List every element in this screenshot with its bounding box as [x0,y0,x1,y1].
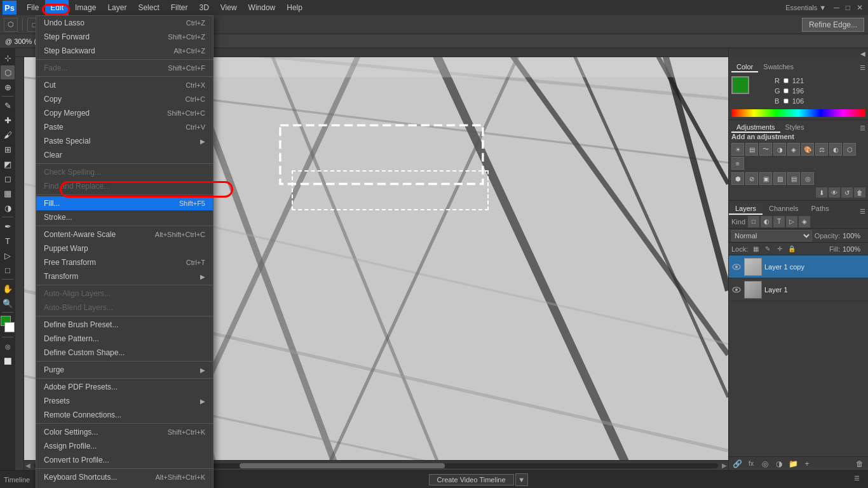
menu-filter[interactable]: Filter [166,0,193,15]
menu-help[interactable]: Help [281,0,308,15]
menu-keyboard-shortcuts[interactable]: Keyboard Shortcuts... Alt+Shift+Ctrl+K [36,470,213,484]
layer-mask-btn[interactable]: ◎ [759,459,771,469]
tool-screenmode[interactable]: ⬜ [1,354,15,368]
menu-step-forward[interactable]: Step Forward Shift+Ctrl+Z [36,30,213,44]
layer-visibility-1copy[interactable] [731,262,742,272]
layer-item-1copy[interactable]: Layer 1 copy [729,255,868,278]
scroll-right-btn[interactable]: ▶ [721,462,728,469]
exposure-adj-icon[interactable]: ◑ [773,143,786,156]
menu-file[interactable]: File [22,0,44,15]
brightness-adj-icon[interactable]: ☀ [731,143,744,156]
scroll-left-btn[interactable]: ◀ [24,462,32,469]
menu-define-brush[interactable]: Define Brush Preset... [36,318,213,332]
menu-define-pattern[interactable]: Define Pattern... [36,332,213,346]
color-panel-menu[interactable]: ☰ [860,64,865,71]
menu-assign-profile[interactable]: Assign Profile... [36,439,213,453]
tool-text[interactable]: T [1,234,15,248]
lock-all-icon[interactable]: 🔒 [787,244,797,254]
threshold-adj-icon[interactable]: ▨ [773,172,786,185]
tool-zoom[interactable]: 🔍 [1,296,15,310]
levels-adj-icon[interactable]: ▤ [745,143,758,156]
adj-reset-btn[interactable]: ↺ [841,187,853,198]
scrollbar-thumb[interactable] [240,463,445,468]
r-thumb[interactable] [783,78,789,83]
menu-remote-connections[interactable]: Remote Connections... [36,408,213,422]
menu-menus[interactable]: Menus... Alt+Shift+Ctrl+M [36,484,213,488]
tool-brush[interactable]: 🖌 [1,128,15,142]
timeline-settings[interactable]: ☰ [854,475,864,485]
tool-pen[interactable]: ✒ [1,219,15,233]
layer-item-1[interactable]: Layer 1 [729,278,868,301]
tool-dodge[interactable]: ◑ [1,201,15,215]
tool-clone[interactable]: ⊞ [1,142,15,156]
menu-select[interactable]: Select [133,0,164,15]
photo-adj-icon[interactable]: ⬡ [843,143,856,156]
b-thumb[interactable] [783,98,789,104]
gradient-adj-icon[interactable]: ▤ [787,172,800,185]
adj-panel-menu[interactable]: ☰ [860,125,865,132]
adj-delete-btn[interactable]: 🗑 [854,187,865,198]
color-swatches[interactable] [1,316,15,334]
menu-edit[interactable]: Edit [45,0,69,15]
layer-new-btn[interactable]: + [801,459,813,469]
menu-undo-lasso[interactable]: Undo Lasso Ctrl+Z [36,16,213,30]
menu-stroke[interactable]: Stroke... [36,210,213,224]
menu-convert-profile[interactable]: Convert to Profile... [36,453,213,467]
tool-quickmask[interactable]: ◎ [1,339,15,353]
lock-image-icon[interactable]: ✎ [763,244,773,254]
menu-image[interactable]: Image [70,0,101,15]
create-video-timeline-btn[interactable]: Create Video Timeline [429,474,514,485]
tab-layers[interactable]: Layers [729,203,763,215]
menu-puppet-warp[interactable]: Puppet Warp [36,241,213,255]
kind-adjust-icon[interactable]: ◐ [761,216,772,227]
color-swatch-display[interactable] [731,76,753,107]
menu-free-transform[interactable]: Free Transform Ctrl+T [36,255,213,269]
tool-history[interactable]: ◩ [1,157,15,171]
tool-lasso[interactable]: ⬡ [1,65,15,79]
kind-smart-icon[interactable]: ◈ [799,216,810,227]
layer-delete-btn[interactable]: 🗑 [854,459,865,469]
menu-step-backward[interactable]: Step Backward Alt+Ctrl+Z [36,44,213,58]
color-gradient-bar[interactable] [731,109,865,117]
window-close[interactable]: ✕ [854,3,865,12]
menu-3d[interactable]: 3D [194,0,214,15]
tool-eyedropper[interactable]: ✎ [1,98,15,112]
g-thumb[interactable] [783,88,789,93]
hue-adj-icon[interactable]: 🎨 [801,143,814,156]
menu-paste[interactable]: Paste Ctrl+V [36,120,213,134]
blackwhite-adj-icon[interactable]: ◐ [829,143,842,156]
layer-link-btn[interactable]: 🔗 [731,459,743,469]
panel-collapse-btn[interactable]: ◀ [859,50,867,57]
essentials-label[interactable]: Essentials ▼ [782,4,830,11]
menu-layer[interactable]: Layer [102,0,132,15]
kind-text-icon[interactable]: T [773,216,785,227]
menu-color-settings[interactable]: Color Settings... Shift+Ctrl+K [36,425,213,439]
lock-transparent-icon[interactable]: ▦ [750,244,761,254]
tool-crop[interactable]: ⊕ [1,80,15,94]
mixer-adj-icon[interactable]: ≡ [731,157,744,170]
curves-adj-icon[interactable]: 〜 [759,143,772,156]
tab-color[interactable]: Color [731,62,758,72]
tool-hand[interactable]: ✋ [1,281,15,295]
menu-copy[interactable]: Copy Ctrl+C [36,92,213,106]
window-restore[interactable]: □ [843,3,853,12]
background-color[interactable] [4,322,15,332]
menu-clear[interactable]: Clear [36,148,213,162]
adj-eye-btn[interactable]: 👁 [829,187,840,198]
menu-paste-special[interactable]: Paste Special ▶ [36,134,213,148]
menu-copy-merged[interactable]: Copy Merged Shift+Ctrl+C [36,106,213,120]
tool-shape[interactable]: □ [1,263,15,277]
tab-swatches[interactable]: Swatches [758,62,799,72]
tab-channels[interactable]: Channels [763,203,804,215]
tool-path[interactable]: ▷ [1,248,15,262]
colorlookup-adj-icon[interactable]: ⬢ [731,172,744,185]
menu-define-custom-shape[interactable]: Define Custom Shape... [36,346,213,360]
window-minimize[interactable]: ─ [831,3,842,12]
menu-view[interactable]: View [215,0,242,15]
opacity-value[interactable]: 100% [843,232,865,240]
posterize-adj-icon[interactable]: ▣ [759,172,772,185]
layer-adjustment-btn[interactable]: ◑ [773,459,785,469]
lasso-icon[interactable]: ⬡ [4,18,18,32]
fg-color-swatch[interactable] [731,76,749,94]
menu-adobe-pdf-presets[interactable]: Adobe PDF Presets... [36,380,213,394]
